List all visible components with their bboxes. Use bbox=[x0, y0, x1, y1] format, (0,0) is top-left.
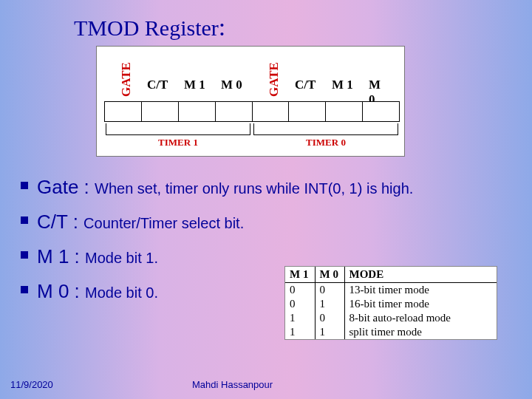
td: 16-bit timer mode bbox=[344, 297, 497, 311]
mode-table: M 1 M 0 MODE 0 0 13-bit timer mode 0 1 1… bbox=[284, 266, 497, 340]
table-row: 0 0 13-bit timer mode bbox=[285, 283, 497, 298]
bracket-label-timer0: TIMER 0 bbox=[253, 137, 398, 149]
bit-label-m0-1: M 0 bbox=[221, 78, 242, 92]
slide: TMOD Register: GATE C/T M 1 M 0 GATE C/T… bbox=[0, 0, 532, 399]
bracket-timer1 bbox=[106, 123, 250, 135]
bit-label-gate-0: GATE bbox=[267, 62, 282, 97]
bit-box bbox=[362, 101, 400, 122]
bit-box bbox=[215, 101, 253, 122]
bullet-colon: : bbox=[69, 280, 85, 302]
bit-boxes bbox=[104, 101, 400, 123]
title-colon: : bbox=[219, 13, 225, 41]
td: 13-bit timer mode bbox=[344, 283, 497, 298]
bullet-colon: : bbox=[78, 176, 95, 198]
bullet-colon: : bbox=[67, 211, 83, 233]
td: 8-bit auto-reload mode bbox=[344, 311, 497, 325]
td: 0 bbox=[285, 283, 315, 298]
bullet-lead: M 1 bbox=[37, 245, 69, 267]
footer-author: Mahdi Hassanpour bbox=[192, 379, 273, 390]
td: split timer mode bbox=[344, 325, 497, 339]
bullet-gate: Gate : When set, timer only runs while I… bbox=[18, 174, 505, 200]
bit-box bbox=[141, 101, 179, 122]
bullet-colon: : bbox=[69, 245, 85, 267]
th-m0: M 0 bbox=[315, 267, 344, 283]
td: 1 bbox=[315, 297, 344, 311]
bullet-desc: Mode bit 1. bbox=[85, 250, 158, 266]
bit-box bbox=[178, 101, 216, 122]
td: 0 bbox=[285, 297, 315, 311]
table-row: 1 1 split timer mode bbox=[285, 325, 497, 339]
bit-box bbox=[252, 101, 290, 122]
bullet-lead: Gate bbox=[37, 176, 78, 198]
bullet-lead: C/T bbox=[37, 211, 67, 233]
bullet-desc: When set, timer only runs while INT(0, 1… bbox=[95, 180, 413, 197]
footer-date: 11/9/2020 bbox=[10, 379, 53, 390]
bit-label-m1-0: M 1 bbox=[332, 78, 353, 92]
tmod-register-diagram: GATE C/T M 1 M 0 GATE C/T M 1 M 0 TIMER … bbox=[96, 46, 405, 157]
td: 1 bbox=[315, 325, 344, 339]
bullet-lead: M 0 bbox=[37, 280, 69, 302]
bullet-desc: Mode bit 0. bbox=[85, 284, 158, 301]
bracket-timer0 bbox=[253, 123, 398, 135]
td: 1 bbox=[285, 311, 315, 325]
bit-box bbox=[104, 101, 142, 122]
brackets: TIMER 1 TIMER 0 bbox=[104, 123, 400, 150]
table-row: 1 0 8-bit auto-reload mode bbox=[285, 311, 497, 325]
title-text: TMOD Register bbox=[74, 16, 219, 40]
bullet-ct: C/T : Counter/Timer select bit. bbox=[18, 209, 505, 235]
bit-label-gate-1: GATE bbox=[119, 62, 134, 97]
bullet-desc: Counter/Timer select bit. bbox=[83, 215, 244, 231]
bit-label-m1-1: M 1 bbox=[184, 78, 205, 92]
bracket-label-timer1: TIMER 1 bbox=[106, 137, 250, 149]
td: 0 bbox=[315, 311, 344, 325]
bit-label-ct-1: C/T bbox=[147, 78, 168, 92]
table-row: 0 1 16-bit timer mode bbox=[285, 297, 497, 311]
td: 1 bbox=[285, 325, 315, 339]
slide-title: TMOD Register: bbox=[74, 13, 225, 41]
bit-box bbox=[325, 101, 363, 122]
th-mode: MODE bbox=[344, 267, 497, 283]
bit-box bbox=[288, 101, 326, 122]
th-m1: M 1 bbox=[285, 267, 315, 283]
bit-label-ct-0: C/T bbox=[295, 78, 316, 92]
td: 0 bbox=[315, 283, 344, 298]
mode-table-element: M 1 M 0 MODE 0 0 13-bit timer mode 0 1 1… bbox=[285, 267, 497, 339]
table-header-row: M 1 M 0 MODE bbox=[285, 267, 497, 283]
